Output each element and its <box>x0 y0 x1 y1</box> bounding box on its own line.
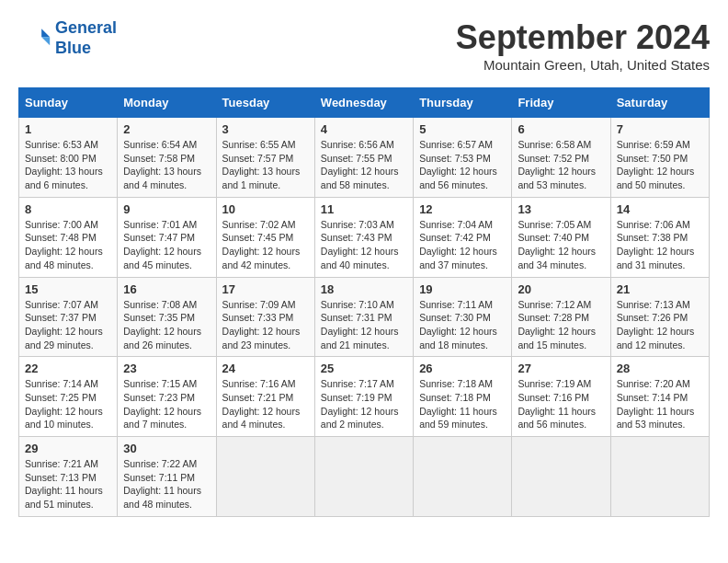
day-number: 10 <box>222 202 309 216</box>
calendar-cell: 20Sunrise: 7:12 AMSunset: 7:28 PMDayligh… <box>512 277 610 357</box>
calendar-cell: 27Sunrise: 7:19 AMSunset: 7:16 PMDayligh… <box>512 357 610 437</box>
calendar-cell: 8Sunrise: 7:00 AMSunset: 7:48 PMDaylight… <box>19 197 118 277</box>
calendar-week-row: 29Sunrise: 7:21 AMSunset: 7:13 PMDayligh… <box>19 437 710 517</box>
title-area: September 2024 Mountain Green, Utah, Uni… <box>456 18 710 73</box>
day-info: Sunrise: 6:55 AMSunset: 7:57 PMDaylight:… <box>222 138 309 192</box>
day-info: Sunrise: 7:11 AMSunset: 7:30 PMDaylight:… <box>419 298 506 352</box>
calendar-cell: 26Sunrise: 7:18 AMSunset: 7:18 PMDayligh… <box>414 357 512 437</box>
day-info: Sunrise: 7:14 AMSunset: 7:25 PMDaylight:… <box>25 377 111 431</box>
calendar-cell <box>414 437 512 517</box>
day-info: Sunrise: 7:03 AMSunset: 7:43 PMDaylight:… <box>321 218 407 272</box>
day-info: Sunrise: 7:18 AMSunset: 7:18 PMDaylight:… <box>419 377 506 431</box>
day-number: 6 <box>518 122 604 136</box>
calendar-cell: 30Sunrise: 7:22 AMSunset: 7:11 PMDayligh… <box>118 437 216 517</box>
day-info: Sunrise: 7:20 AMSunset: 7:14 PMDaylight:… <box>617 377 703 431</box>
logo-icon <box>18 22 51 55</box>
weekday-header-saturday: Saturday <box>610 88 709 118</box>
calendar-cell: 11Sunrise: 7:03 AMSunset: 7:43 PMDayligh… <box>314 197 413 277</box>
day-number: 24 <box>222 362 309 375</box>
day-info: Sunrise: 7:02 AMSunset: 7:45 PMDaylight:… <box>222 218 309 272</box>
day-info: Sunrise: 7:19 AMSunset: 7:16 PMDaylight:… <box>518 377 604 431</box>
calendar-cell: 21Sunrise: 7:13 AMSunset: 7:26 PMDayligh… <box>610 277 709 357</box>
calendar-cell: 13Sunrise: 7:05 AMSunset: 7:40 PMDayligh… <box>512 197 610 277</box>
calendar-cell: 12Sunrise: 7:04 AMSunset: 7:42 PMDayligh… <box>414 197 512 277</box>
day-number: 27 <box>518 362 604 375</box>
day-info: Sunrise: 7:08 AMSunset: 7:35 PMDaylight:… <box>123 298 210 352</box>
day-number: 21 <box>617 282 703 296</box>
day-number: 23 <box>123 362 210 375</box>
calendar-week-row: 8Sunrise: 7:00 AMSunset: 7:48 PMDaylight… <box>19 197 710 277</box>
calendar-cell: 10Sunrise: 7:02 AMSunset: 7:45 PMDayligh… <box>216 197 314 277</box>
weekday-header-friday: Friday <box>512 88 610 118</box>
day-number: 29 <box>25 442 111 455</box>
day-info: Sunrise: 7:17 AMSunset: 7:19 PMDaylight:… <box>321 377 407 431</box>
weekday-header-tuesday: Tuesday <box>216 88 314 118</box>
day-number: 26 <box>419 362 506 375</box>
day-number: 14 <box>617 202 703 216</box>
calendar-cell: 15Sunrise: 7:07 AMSunset: 7:37 PMDayligh… <box>19 277 118 357</box>
calendar-cell: 7Sunrise: 6:59 AMSunset: 7:50 PMDaylight… <box>610 118 709 198</box>
day-info: Sunrise: 6:54 AMSunset: 7:58 PMDaylight:… <box>123 138 210 192</box>
day-number: 28 <box>617 362 703 375</box>
calendar-cell: 1Sunrise: 6:53 AMSunset: 8:00 PMDaylight… <box>19 118 118 198</box>
day-number: 1 <box>25 122 111 136</box>
day-number: 5 <box>419 122 506 136</box>
calendar-table: SundayMondayTuesdayWednesdayThursdayFrid… <box>18 87 710 517</box>
calendar-cell: 23Sunrise: 7:15 AMSunset: 7:23 PMDayligh… <box>118 357 216 437</box>
day-info: Sunrise: 7:22 AMSunset: 7:11 PMDaylight:… <box>123 457 210 511</box>
calendar-cell: 19Sunrise: 7:11 AMSunset: 7:30 PMDayligh… <box>414 277 512 357</box>
day-number: 9 <box>123 202 210 216</box>
day-number: 16 <box>123 282 210 296</box>
calendar-cell: 6Sunrise: 6:58 AMSunset: 7:52 PMDaylight… <box>512 118 610 198</box>
calendar-week-row: 22Sunrise: 7:14 AMSunset: 7:25 PMDayligh… <box>19 357 710 437</box>
location: Mountain Green, Utah, United States <box>456 57 710 73</box>
logo: General Blue <box>18 18 117 58</box>
day-info: Sunrise: 7:04 AMSunset: 7:42 PMDaylight:… <box>419 218 506 272</box>
day-number: 20 <box>518 282 604 296</box>
calendar-week-row: 1Sunrise: 6:53 AMSunset: 8:00 PMDaylight… <box>19 118 710 198</box>
calendar-cell: 16Sunrise: 7:08 AMSunset: 7:35 PMDayligh… <box>118 277 216 357</box>
day-info: Sunrise: 6:59 AMSunset: 7:50 PMDaylight:… <box>617 138 703 192</box>
weekday-header-thursday: Thursday <box>414 88 512 118</box>
calendar-cell: 29Sunrise: 7:21 AMSunset: 7:13 PMDayligh… <box>19 437 118 517</box>
day-number: 15 <box>25 282 111 296</box>
weekday-header-sunday: Sunday <box>19 88 118 118</box>
day-info: Sunrise: 6:56 AMSunset: 7:55 PMDaylight:… <box>321 138 407 192</box>
calendar-week-row: 15Sunrise: 7:07 AMSunset: 7:37 PMDayligh… <box>19 277 710 357</box>
calendar-cell: 24Sunrise: 7:16 AMSunset: 7:21 PMDayligh… <box>216 357 314 437</box>
day-info: Sunrise: 7:15 AMSunset: 7:23 PMDaylight:… <box>123 377 210 431</box>
day-info: Sunrise: 7:13 AMSunset: 7:26 PMDaylight:… <box>617 298 703 352</box>
day-number: 8 <box>25 202 111 216</box>
calendar-cell <box>512 437 610 517</box>
day-info: Sunrise: 7:00 AMSunset: 7:48 PMDaylight:… <box>25 218 111 272</box>
day-number: 3 <box>222 122 309 136</box>
day-info: Sunrise: 7:09 AMSunset: 7:33 PMDaylight:… <box>222 298 309 352</box>
calendar-cell: 3Sunrise: 6:55 AMSunset: 7:57 PMDaylight… <box>216 118 314 198</box>
svg-marker-0 <box>41 29 50 37</box>
weekday-header-wednesday: Wednesday <box>314 88 413 118</box>
day-info: Sunrise: 7:05 AMSunset: 7:40 PMDaylight:… <box>518 218 604 272</box>
weekday-header-monday: Monday <box>118 88 216 118</box>
calendar-cell: 22Sunrise: 7:14 AMSunset: 7:25 PMDayligh… <box>19 357 118 437</box>
day-number: 13 <box>518 202 604 216</box>
calendar-cell <box>216 437 314 517</box>
calendar-cell <box>610 437 709 517</box>
day-number: 30 <box>123 442 210 455</box>
logo-text: General Blue <box>55 18 117 58</box>
day-info: Sunrise: 7:06 AMSunset: 7:38 PMDaylight:… <box>617 218 703 272</box>
calendar-cell: 5Sunrise: 6:57 AMSunset: 7:53 PMDaylight… <box>414 118 512 198</box>
day-number: 19 <box>419 282 506 296</box>
day-info: Sunrise: 7:21 AMSunset: 7:13 PMDaylight:… <box>25 457 111 511</box>
day-info: Sunrise: 6:57 AMSunset: 7:53 PMDaylight:… <box>419 138 506 192</box>
day-number: 11 <box>321 202 407 216</box>
day-info: Sunrise: 7:16 AMSunset: 7:21 PMDaylight:… <box>222 377 309 431</box>
calendar-cell: 2Sunrise: 6:54 AMSunset: 7:58 PMDaylight… <box>118 118 216 198</box>
day-number: 12 <box>419 202 506 216</box>
day-info: Sunrise: 7:10 AMSunset: 7:31 PMDaylight:… <box>321 298 407 352</box>
day-number: 17 <box>222 282 309 296</box>
day-number: 2 <box>123 122 210 136</box>
calendar-cell: 9Sunrise: 7:01 AMSunset: 7:47 PMDaylight… <box>118 197 216 277</box>
header: General Blue September 2024 Mountain Gre… <box>18 18 710 73</box>
svg-marker-1 <box>41 37 50 45</box>
day-info: Sunrise: 7:07 AMSunset: 7:37 PMDaylight:… <box>25 298 111 352</box>
